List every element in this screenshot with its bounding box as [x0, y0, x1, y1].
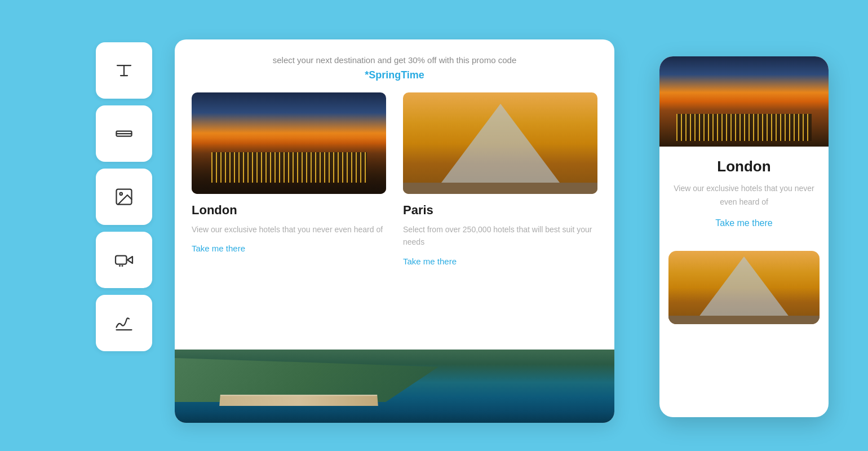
video-icon [114, 250, 134, 270]
mobile-city-name: London [673, 158, 815, 175]
video-tool-button[interactable] [96, 232, 152, 288]
beach-background [175, 350, 614, 423]
svg-point-9 [122, 265, 123, 267]
promo-code: *SpringTime [192, 69, 597, 81]
destinations-grid: London View our exclusive hotels that yo… [175, 92, 614, 278]
mobile-london-image [659, 56, 829, 147]
mobile-card: London View our exclusive hotels that yo… [659, 56, 829, 417]
main-card: select your next destination and get 30%… [175, 39, 614, 423]
layout-icon [114, 123, 134, 144]
paris-description: Select from over 250,000 hotels that wil… [403, 223, 597, 249]
sidebar [96, 42, 152, 351]
svg-rect-7 [116, 256, 127, 264]
layout-tool-button[interactable] [96, 105, 152, 162]
promo-text: select your next destination and get 30%… [192, 55, 597, 65]
beach-strip [175, 350, 614, 423]
image-tool-button[interactable] [96, 169, 152, 225]
signature-icon [114, 313, 134, 333]
text-tool-button[interactable] [96, 42, 152, 99]
london-cta[interactable]: Take me there [192, 244, 245, 253]
paris-name: Paris [403, 203, 597, 218]
london-name: London [192, 203, 386, 218]
beach-road [219, 395, 378, 406]
london-destination: London View our exclusive hotels that yo… [192, 92, 395, 278]
card-header: select your next destination and get 30%… [175, 39, 614, 92]
paris-image [403, 92, 597, 194]
text-icon [114, 60, 134, 81]
mobile-paris-image [668, 251, 820, 324]
london-description: View our exclusive hotels that you never… [192, 223, 386, 236]
mobile-cta[interactable]: Take me there [673, 218, 815, 228]
london-image [192, 92, 386, 194]
paris-destination: Paris Select from over 250,000 hotels th… [395, 92, 597, 278]
mobile-city-description: View our exclusive hotels that you never… [673, 182, 815, 209]
image-icon [114, 187, 134, 207]
svg-point-6 [120, 193, 123, 196]
svg-point-8 [119, 265, 121, 267]
signature-tool-button[interactable] [96, 295, 152, 351]
paris-cta[interactable]: Take me there [403, 257, 457, 266]
mobile-card-body: London View our exclusive hotels that yo… [659, 147, 829, 251]
